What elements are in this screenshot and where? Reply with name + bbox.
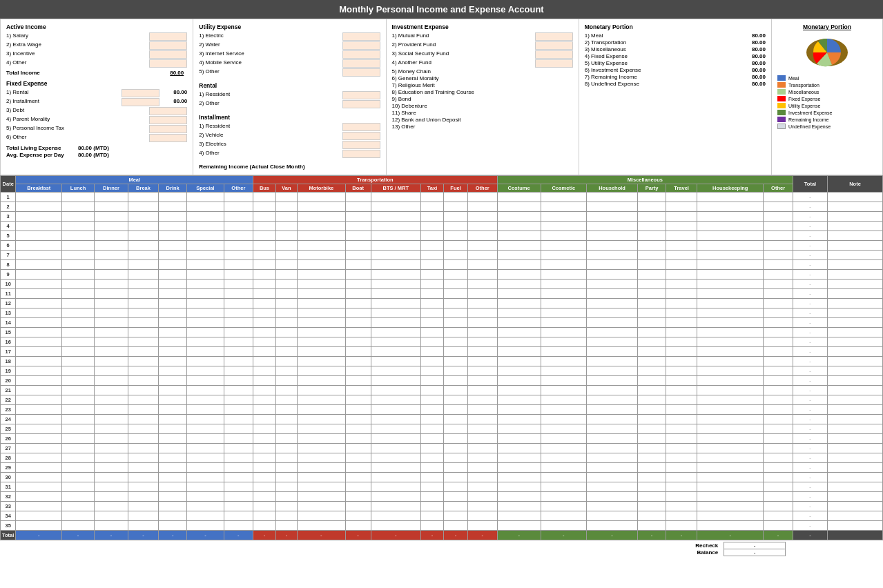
meal-cell-31-0[interactable] xyxy=(16,482,62,492)
note-cell-34[interactable] xyxy=(828,511,883,521)
meal-cell-23-2[interactable] xyxy=(94,405,128,415)
transport-cell-3-6[interactable] xyxy=(444,212,468,222)
meal-cell-13-5[interactable] xyxy=(187,308,224,318)
transport-cell-32-1[interactable] xyxy=(275,492,297,502)
misc-cell-19-6[interactable] xyxy=(764,366,793,376)
meal-cell-19-3[interactable] xyxy=(128,366,159,376)
transport-cell-6-0[interactable] xyxy=(253,241,276,251)
meal-cell-12-6[interactable] xyxy=(224,299,253,308)
meal-cell-21-5[interactable] xyxy=(187,386,224,395)
misc-cell-13-5[interactable] xyxy=(697,308,764,318)
misc-cell-4-4[interactable] xyxy=(666,222,697,231)
meal-cell-9-1[interactable] xyxy=(62,270,95,280)
misc-cell-33-6[interactable] xyxy=(764,502,793,511)
meal-cell-35-0[interactable] xyxy=(16,521,62,531)
transport-cell-4-1[interactable] xyxy=(275,222,297,231)
meal-cell-22-4[interactable] xyxy=(159,395,187,405)
meal-cell-11-6[interactable] xyxy=(224,289,253,299)
misc-cell-33-5[interactable] xyxy=(697,502,764,511)
meal-cell-35-4[interactable] xyxy=(159,521,187,531)
transport-cell-16-7[interactable] xyxy=(467,337,497,347)
meal-cell-5-2[interactable] xyxy=(94,231,128,241)
meal-cell-9-0[interactable] xyxy=(16,270,62,280)
meal-cell-25-6[interactable] xyxy=(224,424,253,434)
meal-cell-8-0[interactable] xyxy=(16,260,62,270)
meal-cell-9-3[interactable] xyxy=(128,270,159,280)
meal-cell-17-1[interactable] xyxy=(62,347,95,357)
transport-cell-4-6[interactable] xyxy=(444,222,468,231)
misc-cell-8-0[interactable] xyxy=(497,260,541,270)
meal-cell-24-0[interactable] xyxy=(16,415,62,424)
meal-cell-18-4[interactable] xyxy=(159,357,187,366)
transport-cell-2-2[interactable] xyxy=(298,202,346,212)
transport-cell-27-7[interactable] xyxy=(467,444,497,453)
transport-cell-23-3[interactable] xyxy=(345,405,371,415)
misc-cell-24-3[interactable] xyxy=(638,415,666,424)
misc-cell-32-6[interactable] xyxy=(764,492,793,502)
transport-cell-19-6[interactable] xyxy=(444,366,468,376)
provident-fund-input[interactable] xyxy=(535,41,573,50)
misc-cell-12-4[interactable] xyxy=(666,299,697,308)
misc-cell-26-3[interactable] xyxy=(638,434,666,444)
misc-cell-28-2[interactable] xyxy=(586,453,638,463)
transport-cell-34-5[interactable] xyxy=(420,511,443,521)
meal-cell-8-3[interactable] xyxy=(128,260,159,270)
misc-cell-33-4[interactable] xyxy=(666,502,697,511)
transport-cell-3-3[interactable] xyxy=(345,212,371,222)
another-fund-input[interactable] xyxy=(535,59,573,68)
meal-cell-3-1[interactable] xyxy=(62,212,95,222)
misc-cell-26-4[interactable] xyxy=(666,434,697,444)
transport-cell-6-1[interactable] xyxy=(275,241,297,251)
misc-cell-23-4[interactable] xyxy=(666,405,697,415)
transport-cell-30-0[interactable] xyxy=(253,473,276,482)
misc-cell-14-3[interactable] xyxy=(638,318,666,328)
misc-cell-18-3[interactable] xyxy=(638,357,666,366)
transport-cell-10-0[interactable] xyxy=(253,280,276,289)
note-cell-29[interactable] xyxy=(828,463,883,473)
misc-cell-2-2[interactable] xyxy=(586,202,638,212)
misc-cell-9-2[interactable] xyxy=(586,270,638,280)
meal-cell-2-4[interactable] xyxy=(159,202,187,212)
misc-cell-18-0[interactable] xyxy=(497,357,541,366)
misc-cell-28-1[interactable] xyxy=(541,453,586,463)
transport-cell-9-3[interactable] xyxy=(345,270,371,280)
meal-cell-1-2[interactable] xyxy=(94,193,128,202)
transport-cell-25-1[interactable] xyxy=(275,424,297,434)
transport-cell-1-3[interactable] xyxy=(345,193,371,202)
misc-cell-23-1[interactable] xyxy=(541,405,586,415)
meal-cell-31-4[interactable] xyxy=(159,482,187,492)
misc-cell-7-2[interactable] xyxy=(586,251,638,260)
misc-cell-8-1[interactable] xyxy=(541,260,586,270)
misc-cell-19-4[interactable] xyxy=(666,366,697,376)
transport-cell-3-1[interactable] xyxy=(275,212,297,222)
misc-cell-8-2[interactable] xyxy=(586,260,638,270)
misc-cell-33-3[interactable] xyxy=(638,502,666,511)
misc-cell-30-6[interactable] xyxy=(764,473,793,482)
meal-cell-29-6[interactable] xyxy=(224,463,253,473)
misc-cell-23-3[interactable] xyxy=(638,405,666,415)
misc-cell-35-1[interactable] xyxy=(541,521,586,531)
meal-cell-14-4[interactable] xyxy=(159,318,187,328)
misc-cell-25-0[interactable] xyxy=(497,424,541,434)
transport-cell-29-0[interactable] xyxy=(253,463,276,473)
resident-install-input[interactable] xyxy=(342,123,380,131)
meal-cell-31-5[interactable] xyxy=(187,482,224,492)
meal-cell-3-5[interactable] xyxy=(187,212,224,222)
note-cell-8[interactable] xyxy=(828,260,883,270)
mutual-fund-input[interactable] xyxy=(535,32,573,41)
transport-cell-27-5[interactable] xyxy=(420,444,443,453)
transport-cell-1-7[interactable] xyxy=(467,193,497,202)
transport-cell-17-4[interactable] xyxy=(371,347,420,357)
meal-cell-3-3[interactable] xyxy=(128,212,159,222)
misc-cell-35-2[interactable] xyxy=(586,521,638,531)
meal-cell-28-1[interactable] xyxy=(62,453,95,463)
misc-cell-29-1[interactable] xyxy=(541,463,586,473)
misc-cell-12-5[interactable] xyxy=(697,299,764,308)
meal-cell-35-5[interactable] xyxy=(187,521,224,531)
transport-cell-32-5[interactable] xyxy=(420,492,443,502)
meal-cell-25-2[interactable] xyxy=(94,424,128,434)
meal-cell-22-2[interactable] xyxy=(94,395,128,405)
meal-cell-31-6[interactable] xyxy=(224,482,253,492)
misc-cell-33-0[interactable] xyxy=(497,502,541,511)
misc-cell-35-3[interactable] xyxy=(638,521,666,531)
